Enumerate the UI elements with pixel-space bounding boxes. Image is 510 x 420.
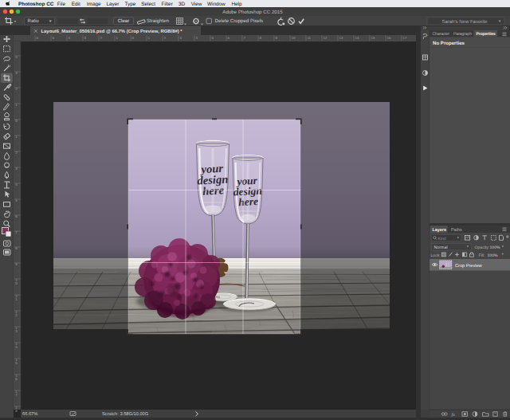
svg-text:Select: Select	[141, 2, 155, 7]
svg-text:Filter: Filter	[162, 2, 174, 7]
svg-text:3D: 3D	[178, 2, 186, 7]
svg-text:Opacity:: Opacity:	[475, 245, 490, 250]
svg-text:Delete Cropped Pixels: Delete Cropped Pixels	[215, 18, 264, 24]
svg-text:Layer: Layer	[106, 2, 120, 7]
svg-text:12: 12	[324, 36, 328, 40]
svg-text:Paragraph: Paragraph	[453, 32, 472, 37]
svg-text:Straighten: Straighten	[147, 18, 169, 24]
svg-text:here: here	[202, 184, 225, 198]
svg-text:Adobe Photoshop CC 2015: Adobe Photoshop CC 2015	[222, 10, 283, 15]
svg-text:14: 14	[355, 36, 359, 40]
svg-text:No Properties: No Properties	[433, 41, 465, 46]
svg-text:Type: Type	[125, 2, 136, 7]
svg-text:100%: 100%	[490, 245, 500, 250]
svg-text:Sarah's New Favorite: Sarah's New Favorite	[441, 19, 488, 25]
svg-text:Normal: Normal	[434, 245, 448, 250]
svg-text:10: 10	[292, 36, 296, 40]
svg-text:15: 15	[371, 36, 375, 40]
svg-text:Lock:: Lock:	[431, 253, 441, 258]
svg-text:13: 13	[339, 36, 343, 40]
svg-text:66.67%: 66.67%	[22, 412, 37, 417]
svg-text:Window: Window	[207, 2, 226, 7]
svg-text:Character: Character	[433, 32, 450, 37]
svg-text:Help: Help	[231, 2, 242, 7]
svg-text:Kind: Kind	[438, 237, 446, 241]
svg-text:Paths: Paths	[451, 228, 462, 233]
svg-text:Crop Preview: Crop Preview	[455, 263, 483, 269]
svg-text:fx: fx	[452, 412, 456, 418]
svg-text:Clear: Clear	[118, 18, 130, 24]
svg-text:Layers: Layers	[433, 228, 446, 233]
svg-text:here: here	[238, 195, 259, 208]
svg-text:Scratch: 3.58G/10.00G: Scratch: 3.58G/10.00G	[102, 411, 148, 417]
svg-text:Photoshop CC: Photoshop CC	[18, 2, 54, 7]
svg-text:17: 17	[403, 36, 407, 40]
svg-text:View: View	[191, 2, 202, 7]
svg-text:100%: 100%	[488, 253, 498, 258]
svg-text:File: File	[57, 2, 66, 7]
svg-text:Fill:: Fill:	[479, 253, 485, 258]
svg-text:Ratio: Ratio	[28, 18, 40, 24]
svg-text:Edit: Edit	[72, 2, 80, 7]
svg-text:16: 16	[387, 36, 391, 40]
svg-text:Layout6_Master_050616.psd @ 66: Layout6_Master_050616.psd @ 66.7% (Crop …	[41, 29, 183, 34]
svg-text:Properties: Properties	[477, 32, 496, 37]
svg-text:Image: Image	[87, 2, 101, 7]
svg-text:11: 11	[308, 36, 312, 40]
